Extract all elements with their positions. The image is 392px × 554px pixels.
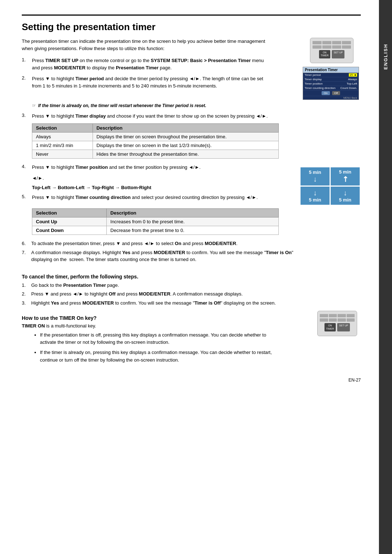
pres-row-direction: Timer counting direction Count Down. <box>303 86 359 90</box>
corner-top-right: 5 min ↗ <box>331 167 360 186</box>
timer-on-btn: ONTIMER <box>319 50 331 58</box>
direction-arrows: ◄/►. <box>32 175 268 182</box>
pres-position-label: Timer position <box>305 82 323 85</box>
pres-on-btn[interactable]: On <box>322 91 330 95</box>
step-1-number: 1. <box>22 57 32 72</box>
pres-period-value: 15 ◄ <box>349 73 357 77</box>
step-7-content: A confirmation message displays. Highlig… <box>31 249 298 263</box>
step-7: 7. A confirmation message displays. High… <box>22 249 298 263</box>
corner-tl-label: 5 min <box>309 170 321 175</box>
corner-tr-label: 5 min <box>339 169 351 175</box>
corner-tl-arrow: ↓ <box>313 175 317 183</box>
cancel-step-3: 3. Highlight Yes and press MODE/ENTER to… <box>22 300 298 307</box>
corner-bottom-right: ↓ 5 min <box>331 187 360 205</box>
step-3: 3. Press ▼ to highlight Timer display an… <box>22 113 269 120</box>
corner-tr-arrow: ↗ <box>340 174 351 184</box>
note-text: If the timer is already on, the timer wi… <box>38 103 206 109</box>
cancel-step-1-number: 1. <box>22 282 31 289</box>
pres-timer-title: Presentation Timer <box>303 67 359 73</box>
selection-table-2: Selection Description Count Up Increases… <box>32 208 279 235</box>
pres-row-period: Timer period 15 ◄ <box>303 73 359 77</box>
page-number: EN-27 <box>22 378 361 383</box>
cancel-section: To cancel the timer, perform the followi… <box>22 274 361 307</box>
table2-row1-selection: Count Up <box>32 217 107 226</box>
note-icon: ☞ <box>32 103 36 109</box>
bullet-item-2: If the timer is already on, pressing thi… <box>40 349 276 363</box>
pres-direction-value: Count Down. <box>340 86 357 90</box>
table1-row2-selection: 1 min/2 min/3 min <box>32 141 93 150</box>
pres-period-label: Timer period <box>305 73 321 77</box>
step-6-number: 6. <box>22 240 31 247</box>
table1-row3-selection: Never <box>32 150 93 158</box>
top-border <box>22 15 361 16</box>
table-row: 1 min/2 min/3 min Displays the timer on … <box>32 141 279 150</box>
table1-row1-description: Displays the timer on screen throughout … <box>93 132 278 141</box>
setup-btn-bottom: SET UP <box>337 323 350 331</box>
corner-diagram-container: 5 min ↓ 5 min ↗ ↓ 5 min ↓ 5 min <box>301 167 361 205</box>
main-content: Setting the presentation timer The prese… <box>0 0 379 554</box>
table2-header-description: Description <box>107 209 279 217</box>
intro-text: The presentation timer can indicate the … <box>22 38 269 52</box>
cancel-heading: To cancel the timer, perform the followi… <box>22 274 361 280</box>
timer-on-bullets: If the presentation timer is off, pressi… <box>40 331 276 364</box>
table2-row2-description: Decrease from the preset time to 0. <box>107 226 279 235</box>
remote-control-top: ONTIMER SET UP Presentation Timer Timer … <box>303 38 361 100</box>
timer-on-btn-bottom: ONTIMER <box>324 323 336 331</box>
pres-row-position: Timer position Top-Left <box>303 82 359 86</box>
selection-table-1: Selection Description Always Displays th… <box>32 123 279 159</box>
step-5-number: 5. <box>22 194 32 201</box>
corner-top-left: 5 min ↓ <box>301 167 330 186</box>
cancel-step-2-number: 2. <box>22 290 31 298</box>
corner-bl-label: 5 min <box>309 197 321 203</box>
table-row: Count Down Decrease from the preset time… <box>32 226 279 235</box>
step-3-content: Press ▼ to highlight Timer display and c… <box>32 113 268 120</box>
timer-on-intro: TIMER ON is a multi-functional key. <box>22 323 306 329</box>
step-4-content: Press ▼ to highlight Timer position and … <box>32 164 201 171</box>
step-2-content: Press ▼ to highlight Timer period and de… <box>32 75 269 90</box>
pres-direction-label: Timer counting direction <box>305 86 335 90</box>
step-5-content: Press ▼ to highlight Timer counting dire… <box>32 194 258 201</box>
step-1-content: Press TIMER SET UP on the remote control… <box>32 57 269 72</box>
step-2: 2. Press ▼ to highlight Timer period and… <box>22 75 269 90</box>
step-4: 4. Press ▼ to highlight Timer position a… <box>22 164 269 171</box>
cancel-step-1: 1. Go back to the Presentation Timer pag… <box>22 282 298 289</box>
cancel-step-1-content: Go back to the Presentation Timer page. <box>31 282 119 289</box>
step-5: 5. Press ▼ to highlight Timer counting d… <box>22 194 269 201</box>
presentation-timer-display: Presentation Timer Timer period 15 ◄ Tim… <box>303 67 359 100</box>
pres-row-display: Timer display Always <box>303 77 359 82</box>
pres-display-value: Always <box>348 78 357 81</box>
pres-off-btn[interactable]: Off <box>332 91 340 95</box>
cancel-step-2-content: Press ▼ and press ◄/► to highlight Off a… <box>31 290 243 298</box>
english-label: ENGLISH <box>383 44 388 70</box>
pres-menu-back: MENU Back <box>303 96 359 99</box>
timer-on-heading: How to use the TIMER On key? <box>22 315 306 321</box>
corner-bl-arrow: ↓ <box>313 189 317 197</box>
table2-row1-description: Increases from 0 to the preset time. <box>107 217 279 226</box>
step-6-content: To activate the presentation timer, pres… <box>31 240 237 247</box>
pres-display-label: Timer display <box>305 78 322 81</box>
cancel-step-3-content: Highlight Yes and press MODE/ENTER to co… <box>31 300 276 307</box>
table1-header-selection: Selection <box>32 123 93 132</box>
corner-bottom-left: ↓ 5 min <box>301 187 330 205</box>
table1-row2-description: Displays the timer on screen in the last… <box>93 141 278 150</box>
direction-label: Top-Left → Bottom-Left → Top-Right → Bot… <box>32 185 293 190</box>
pres-position-value: Top-Left <box>347 82 357 85</box>
note-box: ☞ If the timer is already on, the timer … <box>32 103 271 109</box>
corner-br-label: 5 min <box>339 197 351 203</box>
table-row: Count Up Increases from 0 to the preset … <box>32 217 279 226</box>
table1-row1-selection: Always <box>32 132 93 141</box>
page-title: Setting the presentation timer <box>22 21 361 33</box>
page-wrapper: Setting the presentation timer The prese… <box>0 0 392 554</box>
timer-on-section: How to use the TIMER On key? TIMER ON is… <box>22 311 361 367</box>
step-4-number: 4. <box>22 164 32 171</box>
corner-br-arrow: ↓ <box>343 189 347 197</box>
right-sidebar: ENGLISH <box>379 0 392 554</box>
cancel-step-3-number: 3. <box>22 300 31 307</box>
step-6: 6. To activate the presentation timer, p… <box>22 240 298 247</box>
table2-header-selection: Selection <box>32 209 107 217</box>
cancel-steps: 1. Go back to the Presentation Timer pag… <box>22 282 361 307</box>
step-7-number: 7. <box>22 249 31 263</box>
table2-row2-selection: Count Down <box>32 226 107 235</box>
step-2-number: 2. <box>22 75 32 90</box>
setup-btn: SET UP <box>332 50 344 58</box>
